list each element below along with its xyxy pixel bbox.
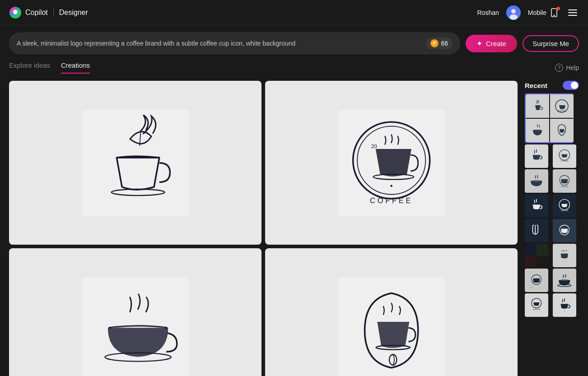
svg-text:COFFEE: COFFEE	[560, 186, 568, 188]
sidebar-row-3: COFFEE	[525, 169, 579, 193]
help-icon: ?	[555, 64, 563, 72]
search-bar: P 66	[9, 32, 460, 54]
coin-badge: P 66	[426, 37, 453, 49]
sidebar-mini-1d	[550, 119, 574, 142]
sidebar-item-8a[interactable]: COFFEE	[525, 293, 548, 317]
sidebar-row-8: COFFEE 8	[525, 293, 579, 317]
header-right: Roshan Mobile	[477, 5, 579, 20]
image-cell-2[interactable]: 20 COFFEE	[265, 81, 518, 245]
svg-rect-41	[527, 221, 546, 240]
sidebar-item-5b[interactable]	[553, 219, 576, 242]
hamburger-line-1	[568, 9, 577, 10]
tab-explore[interactable]: Explore ideas	[9, 61, 50, 74]
sidebar-item-2b[interactable]: COFFEE	[553, 144, 576, 168]
mobile-icon	[549, 8, 559, 18]
sidebar-header: Recent	[525, 81, 579, 90]
tabs-bar: Explore ideas Creations ? Help	[0, 54, 588, 74]
sidebar-item-3a[interactable]	[525, 169, 548, 193]
image-cell-1[interactable]	[9, 81, 261, 245]
app-name: Copilot	[25, 9, 48, 17]
surprise-label: Surprise Me	[532, 40, 569, 47]
svg-text:COFFEE: COFFEE	[557, 110, 567, 112]
svg-text:KAFFE: KAFFE	[561, 250, 568, 252]
coin-count: 66	[441, 40, 448, 47]
create-icon: ✦	[476, 39, 482, 48]
tab-list: Explore ideas Creations	[9, 61, 90, 74]
svg-point-3	[509, 14, 518, 20]
hamburger-menu[interactable]	[566, 8, 579, 18]
header-left: Copilot Designer	[9, 6, 88, 19]
image-grid: 20 COFFEE	[9, 81, 518, 376]
header-divider	[53, 8, 54, 17]
recent-sidebar: Recent COFFEE	[525, 81, 579, 363]
svg-rect-5	[553, 15, 555, 16]
sidebar-row-6: KAFFE ☕☕☕	[525, 244, 579, 267]
svg-text:20: 20	[371, 143, 378, 149]
search-section: P 66 ✦ Create Surprise Me	[0, 25, 588, 54]
mobile-notification-dot	[556, 7, 560, 10]
sidebar-row-7: ⚙️☕🌟💫	[525, 269, 579, 292]
svg-text:8: 8	[564, 311, 565, 313]
sidebar-item-6b[interactable]: KAFFE ☕☕☕	[553, 244, 576, 267]
hamburger-line-3	[568, 15, 577, 16]
search-input[interactable]	[17, 40, 422, 47]
svg-text:COFFEE: COFFEE	[560, 209, 568, 212]
image-grid-wrapper: 20 COFFEE	[9, 81, 518, 363]
sidebar-item-5a[interactable]	[525, 219, 548, 242]
section-name: Designer	[59, 9, 88, 17]
create-button[interactable]: ✦ Create	[466, 35, 517, 52]
app-header: Copilot Designer Roshan Mobile	[0, 0, 588, 25]
svg-point-2	[511, 9, 516, 14]
user-avatar[interactable]	[506, 5, 521, 20]
sidebar-row-5	[525, 219, 579, 242]
sidebar-item-3b[interactable]: COFFEE	[553, 169, 576, 193]
help-label: Help	[566, 64, 579, 71]
image-cell-4[interactable]	[265, 248, 518, 376]
main-content: 20 COFFEE	[0, 74, 588, 370]
sidebar-mini-1b: COFFEE	[550, 94, 574, 118]
sidebar-item-8b[interactable]: 8	[553, 293, 576, 317]
svg-text:COFFEE: COFFEE	[560, 160, 568, 162]
svg-text:COFFEE: COFFEE	[370, 196, 413, 204]
copilot-logo[interactable]: Copilot	[9, 6, 48, 19]
sidebar-mini-1a	[526, 94, 549, 118]
sidebar-item-4a[interactable]	[525, 194, 548, 218]
sidebar-item-2a[interactable]	[525, 144, 548, 168]
svg-text:P: P	[433, 41, 436, 46]
copilot-logo-icon	[9, 6, 22, 19]
sidebar-item-6a[interactable]	[525, 244, 548, 267]
sidebar-item-7a[interactable]: ⚙️☕🌟💫	[525, 269, 548, 292]
surprise-button[interactable]: Surprise Me	[523, 35, 579, 52]
sidebar-item-7b[interactable]	[553, 269, 576, 292]
sidebar-row-2: COFFEE	[525, 144, 579, 168]
sidebar-title: Recent	[525, 82, 547, 89]
sidebar-row-4: COFFEE	[525, 194, 579, 218]
mobile-label: Mobile	[528, 9, 546, 16]
mobile-badge[interactable]: Mobile	[528, 8, 559, 18]
svg-text:☕☕☕: ☕☕☕	[562, 260, 568, 263]
create-label: Create	[486, 40, 506, 47]
sidebar-mini-1c	[526, 119, 549, 142]
coin-icon: P	[430, 39, 439, 47]
sidebar-toggle[interactable]	[563, 81, 579, 90]
sidebar-group-1[interactable]: COFFEE	[525, 93, 574, 143]
svg-point-17	[390, 185, 392, 187]
user-name: Roshan	[477, 9, 499, 16]
svg-text:⚙️☕🌟💫: ⚙️☕🌟💫	[530, 287, 537, 288]
hamburger-line-2	[568, 12, 577, 13]
sidebar-item-4b[interactable]: COFFEE	[553, 194, 576, 218]
svg-rect-8	[82, 110, 188, 216]
help-button[interactable]: ? Help	[555, 64, 579, 72]
image-cell-3[interactable]	[9, 248, 261, 376]
tab-creations[interactable]: Creations	[61, 61, 90, 74]
svg-text:COFFEE: COFFEE	[533, 308, 541, 311]
